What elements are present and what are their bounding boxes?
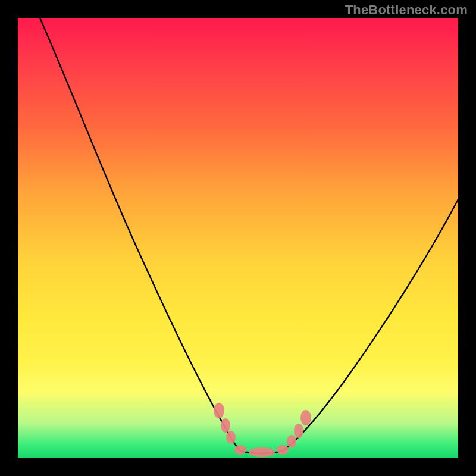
- svg-point-7: [294, 424, 303, 438]
- svg-point-0: [214, 403, 224, 418]
- highlight-markers: [214, 403, 311, 457]
- curve-layer: [18, 18, 458, 458]
- svg-point-3: [234, 445, 246, 455]
- svg-point-2: [226, 431, 236, 444]
- plot-area: [18, 18, 458, 458]
- frame: TheBottleneck.com: [0, 0, 476, 476]
- watermark-text: TheBottleneck.com: [345, 2, 468, 18]
- svg-point-5: [277, 445, 289, 455]
- svg-point-4: [249, 447, 275, 457]
- curve-left-branch: [40, 18, 240, 451]
- svg-point-6: [287, 435, 296, 448]
- svg-point-8: [300, 410, 311, 425]
- svg-point-1: [221, 418, 230, 433]
